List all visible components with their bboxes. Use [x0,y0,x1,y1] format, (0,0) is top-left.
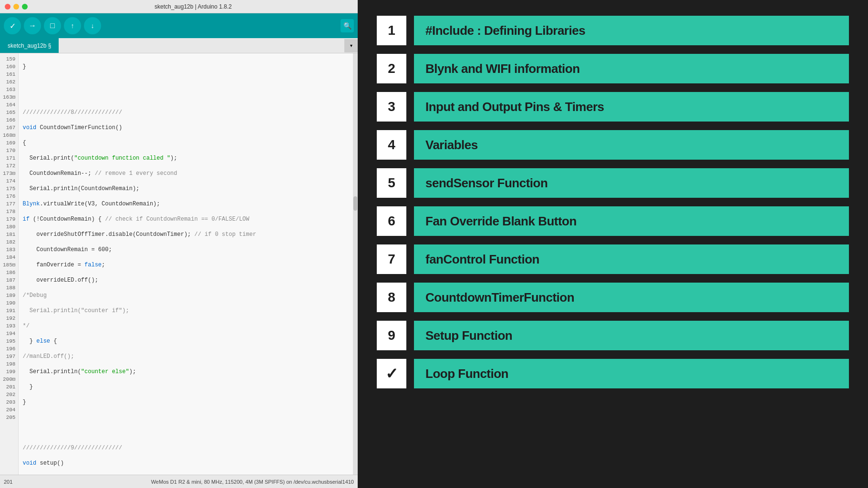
new-button[interactable]: □ [44,17,61,34]
maximize-button[interactable] [22,4,28,10]
tab-label: sketch_aug12b § [8,42,51,49]
sketch-tab[interactable]: sketch_aug12b § [0,38,59,53]
menu-number-4: 4 [377,130,406,160]
menu-item-8[interactable]: 8 CountdownTimerFunction [377,281,849,314]
menu-label-9: Setup Function [414,321,849,350]
save-button[interactable]: ↓ [84,17,101,34]
verify-button[interactable]: ✓ [4,17,21,34]
menu-label-6: Fan Override Blank Button [414,206,849,236]
search-button[interactable]: 🔍 [341,19,354,32]
menu-number-7: 7 [377,244,406,274]
menu-number-8: 8 [377,283,406,312]
menu-number-5: 5 [377,168,406,198]
tab-bar: sketch_aug12b § ▾ [0,38,358,53]
menu-number-1: 1 [377,16,406,45]
line-numbers: 159 160 161 162 163 163⊟ 164 165 166 167… [0,53,19,475]
code-editor[interactable]: 159 160 161 162 163 163⊟ 164 165 166 167… [0,53,358,475]
menu-item-3[interactable]: 3 Input and Output Pins & Timers [377,91,849,123]
menu-item-6[interactable]: 6 Fan Override Blank Button [377,205,849,237]
minimize-button[interactable] [13,4,19,10]
title-bar: sketch_aug12b | Arduino 1.8.2 [0,0,358,13]
menu-label-7: fanControl Function [414,244,849,274]
menu-item-4[interactable]: 4 Variables [377,129,849,161]
menu-number-3: 3 [377,92,406,122]
menu-item-7[interactable]: 7 fanControl Function [377,243,849,275]
code-text[interactable]: } //////////////8////////////// void Cou… [19,53,353,475]
arduino-ide: sketch_aug12b | Arduino 1.8.2 ✓ → □ ↑ ↓ … [0,0,358,488]
menu-label-3: Input and Output Pins & Timers [414,92,849,122]
menu-item-9[interactable]: 9 Setup Function [377,319,849,352]
open-button[interactable]: ↑ [64,17,81,34]
line-indicator: 201 [4,479,12,485]
menu-label-8: CountdownTimerFunction [414,283,849,312]
window-controls [5,4,28,10]
menu-label-1: #Include : Defining Libraries [414,16,849,45]
close-button[interactable] [5,4,10,10]
menu-item-2[interactable]: 2 Blynk and WIFI information [377,52,849,85]
menu-label-4: Variables [414,130,849,160]
menu-label-10: Loop Function [414,359,849,388]
upload-button[interactable]: → [24,17,41,34]
board-info: WeMos D1 R2 & mini, 80 MHz, 115200, 4M (… [151,479,354,485]
menu-item-1[interactable]: 1 #Include : Defining Libraries [377,14,849,47]
menu-number-9: 9 [377,321,406,350]
menu-label-5: sendSensor Function [414,168,849,198]
menu-number-10: ✓ [377,359,406,388]
menu-item-5[interactable]: 5 sendSensor Function [377,167,849,199]
scrollbar-track[interactable] [353,53,358,475]
checkmark-icon: ✓ [385,365,398,383]
scrollbar-thumb[interactable] [353,196,357,211]
menu-item-10[interactable]: ✓ Loop Function [377,357,849,390]
menu-number-2: 2 [377,54,406,83]
menu-label-2: Blynk and WIFI information [414,54,849,83]
window-title: sketch_aug12b | Arduino 1.8.2 [33,3,353,10]
menu-number-6: 6 [377,206,406,236]
tab-dropdown[interactable]: ▾ [344,39,358,52]
toolbar: ✓ → □ ↑ ↓ 🔍 [0,13,358,38]
status-bar: 201 WeMos D1 R2 & mini, 80 MHz, 115200, … [0,475,358,488]
menu-panel: 1 #Include : Defining Libraries 2 Blynk … [358,0,868,488]
